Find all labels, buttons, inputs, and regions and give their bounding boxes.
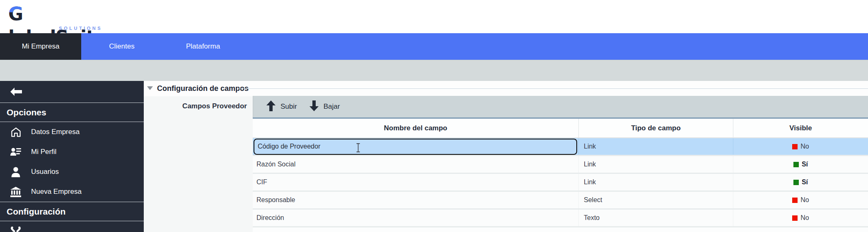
field-visible-cell[interactable]: No <box>733 138 868 155</box>
field-name-cell[interactable]: Responsable <box>253 192 579 208</box>
sidebar-item-label: Mi Perfil <box>31 148 56 156</box>
sidebar-item-label: Nueva Empresa <box>31 188 82 196</box>
table-row-partial <box>253 227 868 232</box>
table-header-row: Nombre del campo Tipo de campo Visible <box>253 119 868 138</box>
sidebar-item-label: Datos Empresa <box>31 128 80 136</box>
field-type-cell[interactable]: Link <box>579 138 733 155</box>
field-visible-cell[interactable]: Sí <box>733 174 868 190</box>
sidebar-item-usuarios[interactable]: Usuarios <box>0 162 144 182</box>
arrow-down-icon <box>309 100 319 113</box>
nav-tab-clientes[interactable]: Clientes <box>81 33 162 60</box>
table-toolbar: Subir Bajar <box>253 96 868 117</box>
text-cursor-icon <box>355 143 361 154</box>
sidebar-item-nueva-empresa[interactable]: Nueva Empresa <box>0 182 144 202</box>
visibility-status-icon <box>792 198 798 203</box>
move-down-button[interactable]: Bajar <box>306 99 343 115</box>
field-type-cell[interactable]: Texto <box>579 210 733 226</box>
field-label-column: Campos Proveedor <box>144 96 253 232</box>
back-arrow-icon <box>9 91 23 98</box>
field-name-cell[interactable]: Razón Social <box>253 156 579 173</box>
nav-tab-mi-empresa[interactable]: Mi Empresa <box>0 33 81 60</box>
table-row[interactable]: CIF Link Sí <box>253 174 868 192</box>
table-row[interactable]: Código de Proveedor Link No <box>253 138 868 156</box>
profile-card-icon <box>10 146 22 158</box>
sub-header-band <box>0 60 868 81</box>
sidebar-item-label: Usuarios <box>31 168 59 176</box>
column-header-nombre[interactable]: Nombre del campo <box>253 119 579 137</box>
globalsuite-logo[interactable]: GGlobalSuite SOLUTIONS <box>8 2 104 32</box>
visibility-status-icon <box>792 215 798 221</box>
panel-title: Configuración de campos <box>157 84 249 93</box>
main-content: Configuración de campos Campos Proveedor… <box>144 81 868 232</box>
table-row[interactable]: Razón Social Link Sí <box>253 156 868 174</box>
user-icon <box>10 166 22 178</box>
field-type-cell[interactable]: Link <box>579 174 733 190</box>
visibility-status-icon <box>792 144 798 149</box>
arrow-up-icon <box>266 100 276 113</box>
field-name-cell[interactable]: CIF <box>253 174 579 190</box>
move-up-button[interactable]: Subir <box>263 99 300 115</box>
sidebar-item-partial[interactable] <box>0 221 144 232</box>
collapse-sidebar-button[interactable] <box>0 81 144 103</box>
field-visible-cell[interactable]: Sí <box>733 156 868 173</box>
field-type-cell[interactable]: Select <box>579 192 733 208</box>
sidebar-heading-configuracion: Configuración <box>0 202 144 221</box>
app-window: GGlobalSuite SOLUTIONS Mi Empresa Client… <box>0 0 868 232</box>
panel-header-rule <box>238 88 868 89</box>
main-navbar: Mi Empresa Clientes Plataforma <box>0 33 868 60</box>
visibility-status-icon <box>793 180 799 185</box>
home-icon <box>10 126 22 138</box>
column-header-tipo[interactable]: Tipo de campo <box>579 119 733 137</box>
field-name-cell[interactable]: Dirección <box>253 210 579 226</box>
table-row[interactable]: Dirección Texto No <box>253 210 868 227</box>
sidebar-heading-opciones: Opciones <box>0 103 144 122</box>
campos-table: Nombre del campo Tipo de campo Visible C… <box>253 117 868 232</box>
visibility-status-icon <box>793 162 799 167</box>
logo-tagline: SOLUTIONS <box>59 26 102 31</box>
sidebar-item-mi-perfil[interactable]: Mi Perfil <box>0 142 144 162</box>
sidebar: Opciones Datos Empresa Mi Perfil Usuario… <box>0 81 144 232</box>
field-visible-cell[interactable]: No <box>733 192 868 208</box>
field-label: Campos Proveedor <box>182 102 247 110</box>
table-row[interactable]: Responsable Select No <box>253 192 868 210</box>
nav-tab-plataforma[interactable]: Plataforma <box>162 33 244 60</box>
collapse-caret-icon[interactable] <box>147 86 153 90</box>
panel-header: Configuración de campos <box>144 81 868 96</box>
column-header-visible[interactable]: Visible <box>733 119 868 137</box>
bank-icon <box>10 186 22 198</box>
field-name-cell: Código de Proveedor <box>253 138 579 155</box>
field-name-input[interactable]: Código de Proveedor <box>254 139 577 155</box>
tools-icon <box>10 225 22 232</box>
top-header: GGlobalSuite SOLUTIONS <box>0 0 868 33</box>
sidebar-item-datos-empresa[interactable]: Datos Empresa <box>0 122 144 142</box>
field-type-cell[interactable]: Link <box>579 156 733 173</box>
field-visible-cell[interactable]: No <box>733 210 868 226</box>
